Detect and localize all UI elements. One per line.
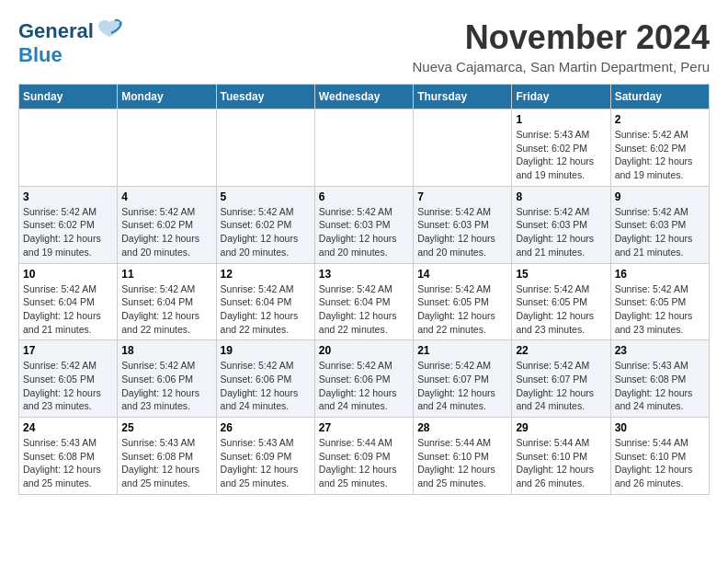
calendar-cell: 12Sunrise: 5:42 AM Sunset: 6:04 PM Dayli… [216, 263, 314, 340]
calendar-cell: 9Sunrise: 5:42 AM Sunset: 6:03 PM Daylig… [610, 186, 709, 263]
day-info: Sunrise: 5:42 AM Sunset: 6:05 PM Dayligh… [417, 282, 507, 337]
day-number: 9 [615, 190, 705, 203]
day-number: 23 [615, 344, 705, 357]
calendar-cell: 24Sunrise: 5:43 AM Sunset: 6:08 PM Dayli… [19, 418, 118, 495]
day-info: Sunrise: 5:42 AM Sunset: 6:04 PM Dayligh… [23, 282, 113, 337]
calendar-cell: 18Sunrise: 5:42 AM Sunset: 6:06 PM Dayli… [118, 340, 216, 418]
day-info: Sunrise: 5:42 AM Sunset: 6:02 PM Dayligh… [23, 205, 113, 259]
day-number: 17 [23, 344, 113, 357]
calendar-cell: 19Sunrise: 5:42 AM Sunset: 6:06 PM Dayli… [216, 340, 314, 418]
day-number: 15 [516, 268, 606, 281]
day-info: Sunrise: 5:42 AM Sunset: 6:04 PM Dayligh… [221, 282, 311, 337]
day-info: Sunrise: 5:43 AM Sunset: 6:09 PM Dayligh… [221, 436, 311, 490]
day-number: 29 [516, 421, 606, 434]
calendar-cell: 7Sunrise: 5:42 AM Sunset: 6:03 PM Daylig… [414, 186, 512, 263]
day-info: Sunrise: 5:42 AM Sunset: 6:06 PM Dayligh… [319, 359, 409, 413]
day-info: Sunrise: 5:43 AM Sunset: 6:08 PM Dayligh… [615, 359, 705, 413]
day-info: Sunrise: 5:42 AM Sunset: 6:03 PM Dayligh… [615, 205, 705, 259]
day-info: Sunrise: 5:42 AM Sunset: 6:02 PM Dayligh… [221, 205, 311, 259]
calendar-cell: 23Sunrise: 5:43 AM Sunset: 6:08 PM Dayli… [610, 340, 709, 418]
day-info: Sunrise: 5:43 AM Sunset: 6:08 PM Dayligh… [23, 436, 113, 490]
day-info: Sunrise: 5:44 AM Sunset: 6:10 PM Dayligh… [615, 436, 705, 490]
day-number: 30 [615, 421, 705, 434]
day-info: Sunrise: 5:42 AM Sunset: 6:07 PM Dayligh… [516, 359, 606, 413]
col-header-friday: Friday [512, 85, 610, 109]
logo-bird-icon [97, 18, 122, 40]
col-header-wednesday: Wednesday [314, 85, 413, 109]
calendar-cell: 13Sunrise: 5:42 AM Sunset: 6:04 PM Dayli… [314, 263, 413, 340]
calendar-cell: 21Sunrise: 5:42 AM Sunset: 6:07 PM Dayli… [414, 340, 512, 418]
day-number: 27 [319, 421, 409, 434]
calendar-cell: 26Sunrise: 5:43 AM Sunset: 6:09 PM Dayli… [216, 418, 314, 495]
day-info: Sunrise: 5:42 AM Sunset: 6:02 PM Dayligh… [615, 128, 705, 182]
calendar-cell [216, 109, 314, 187]
col-header-tuesday: Tuesday [216, 85, 314, 109]
month-title: November 2024 [413, 18, 710, 57]
calendar-cell: 2Sunrise: 5:42 AM Sunset: 6:02 PM Daylig… [610, 109, 709, 187]
calendar-cell: 3Sunrise: 5:42 AM Sunset: 6:02 PM Daylig… [19, 186, 118, 263]
day-number: 19 [221, 344, 311, 357]
day-info: Sunrise: 5:42 AM Sunset: 6:05 PM Dayligh… [615, 282, 705, 337]
day-number: 10 [23, 268, 113, 281]
calendar-cell: 15Sunrise: 5:42 AM Sunset: 6:05 PM Dayli… [512, 263, 610, 340]
calendar-cell: 29Sunrise: 5:44 AM Sunset: 6:10 PM Dayli… [512, 418, 610, 495]
day-info: Sunrise: 5:42 AM Sunset: 6:06 PM Dayligh… [121, 359, 211, 413]
day-info: Sunrise: 5:42 AM Sunset: 6:05 PM Dayligh… [23, 359, 113, 413]
day-number: 22 [516, 344, 606, 357]
day-info: Sunrise: 5:42 AM Sunset: 6:05 PM Dayligh… [516, 282, 606, 337]
day-number: 21 [417, 344, 507, 357]
day-number: 28 [417, 421, 507, 434]
calendar-cell [19, 109, 118, 187]
calendar-cell: 27Sunrise: 5:44 AM Sunset: 6:09 PM Dayli… [314, 418, 413, 495]
calendar-cell: 20Sunrise: 5:42 AM Sunset: 6:06 PM Dayli… [314, 340, 413, 418]
day-info: Sunrise: 5:44 AM Sunset: 6:10 PM Dayligh… [417, 436, 507, 490]
calendar-cell: 4Sunrise: 5:42 AM Sunset: 6:02 PM Daylig… [118, 186, 216, 263]
day-number: 2 [615, 113, 705, 126]
day-info: Sunrise: 5:44 AM Sunset: 6:10 PM Dayligh… [516, 436, 606, 490]
day-number: 5 [221, 190, 311, 203]
calendar-cell: 17Sunrise: 5:42 AM Sunset: 6:05 PM Dayli… [19, 340, 118, 418]
calendar-cell [314, 109, 413, 187]
day-info: Sunrise: 5:44 AM Sunset: 6:09 PM Dayligh… [319, 436, 409, 490]
day-number: 7 [417, 190, 507, 203]
day-info: Sunrise: 5:43 AM Sunset: 6:08 PM Dayligh… [121, 436, 211, 490]
calendar-cell: 6Sunrise: 5:42 AM Sunset: 6:03 PM Daylig… [314, 186, 413, 263]
day-info: Sunrise: 5:42 AM Sunset: 6:04 PM Dayligh… [121, 282, 211, 337]
day-number: 16 [615, 268, 705, 281]
calendar-cell: 22Sunrise: 5:42 AM Sunset: 6:07 PM Dayli… [512, 340, 610, 418]
logo: General Blue [18, 18, 122, 66]
calendar-cell: 8Sunrise: 5:42 AM Sunset: 6:03 PM Daylig… [512, 186, 610, 263]
day-info: Sunrise: 5:42 AM Sunset: 6:04 PM Dayligh… [319, 282, 409, 337]
page-header: General Blue November 2024 Nueva Cajamar… [18, 18, 710, 75]
day-info: Sunrise: 5:42 AM Sunset: 6:03 PM Dayligh… [516, 205, 606, 259]
day-info: Sunrise: 5:42 AM Sunset: 6:03 PM Dayligh… [417, 205, 507, 259]
col-header-monday: Monday [118, 85, 216, 109]
calendar-cell: 16Sunrise: 5:42 AM Sunset: 6:05 PM Dayli… [610, 263, 709, 340]
day-number: 11 [121, 268, 211, 281]
day-number: 13 [319, 268, 409, 281]
logo-text-blue: Blue [18, 44, 122, 66]
calendar-cell: 10Sunrise: 5:42 AM Sunset: 6:04 PM Dayli… [19, 263, 118, 340]
calendar-cell: 5Sunrise: 5:42 AM Sunset: 6:02 PM Daylig… [216, 186, 314, 263]
day-number: 1 [516, 113, 606, 126]
day-number: 20 [319, 344, 409, 357]
calendar-cell [414, 109, 512, 187]
col-header-thursday: Thursday [414, 85, 512, 109]
day-info: Sunrise: 5:42 AM Sunset: 6:03 PM Dayligh… [319, 205, 409, 259]
day-info: Sunrise: 5:43 AM Sunset: 6:02 PM Dayligh… [516, 128, 606, 182]
day-number: 18 [121, 344, 211, 357]
calendar-cell: 30Sunrise: 5:44 AM Sunset: 6:10 PM Dayli… [610, 418, 709, 495]
day-number: 8 [516, 190, 606, 203]
calendar-cell: 1Sunrise: 5:43 AM Sunset: 6:02 PM Daylig… [512, 109, 610, 187]
location-subtitle: Nueva Cajamarca, San Martin Department, … [413, 59, 710, 75]
day-number: 25 [121, 421, 211, 434]
day-number: 24 [23, 421, 113, 434]
day-info: Sunrise: 5:42 AM Sunset: 6:02 PM Dayligh… [121, 205, 211, 259]
day-number: 6 [319, 190, 409, 203]
logo-text-general: General [18, 20, 94, 42]
day-number: 3 [23, 190, 113, 203]
title-block: November 2024 Nueva Cajamarca, San Marti… [413, 18, 710, 75]
col-header-sunday: Sunday [19, 85, 118, 109]
calendar-cell: 11Sunrise: 5:42 AM Sunset: 6:04 PM Dayli… [118, 263, 216, 340]
day-number: 14 [417, 268, 507, 281]
